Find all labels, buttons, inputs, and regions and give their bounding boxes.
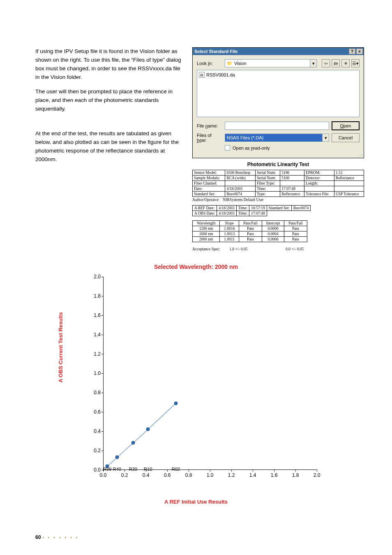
x-tick-label: 0.8 [185, 472, 192, 478]
open-button[interactable]: Open [332, 121, 360, 130]
x-tick [274, 470, 274, 472]
x-tick [167, 470, 168, 472]
data-point [174, 401, 178, 405]
wl-header-cell: Pass/Fail [284, 221, 307, 226]
author-value: NIRSystems Default User [223, 198, 263, 202]
filetype-label: Files of type: [197, 133, 222, 143]
x-tick [253, 470, 253, 472]
info-cell: Standard Set: [193, 192, 225, 197]
resize-grip[interactable]: ⋰ [193, 155, 364, 158]
y-tick [101, 315, 103, 316]
chevron-down-icon[interactable]: ▾ [310, 60, 316, 67]
x-tick [210, 470, 210, 472]
page-number: 60 [35, 534, 41, 540]
chart-title: Selected Wavelength: 2000 nm [69, 264, 323, 270]
look-in-select[interactable]: 📁 Vision ▾ [225, 59, 317, 67]
y-tick-label: 1.2 [88, 351, 101, 357]
wl-cell: Pass [239, 231, 262, 237]
filetype-select[interactable]: NSAS Files (*.DA) ▾ [225, 134, 329, 142]
spec-slope: 1.0 +/- 0.05 [229, 247, 247, 251]
info-cell: 5196 [280, 170, 304, 176]
info-cell: Rssv0074 [225, 192, 256, 197]
date-cell: 4/18/2003 [217, 206, 237, 211]
close-button[interactable]: × [356, 49, 363, 54]
info-cell: 4/18/2003 [225, 186, 256, 192]
info-cell: Sample Module: [193, 176, 225, 181]
readonly-label: Open as read-only [233, 146, 270, 150]
wl-cell: Pass [284, 226, 307, 231]
x-tick-label: 0.0 [100, 472, 107, 478]
wl-header-cell: Wavelength [193, 221, 220, 226]
info-cell: Detector: [304, 176, 334, 181]
y-tick [101, 277, 103, 277]
date-cell: Time: [236, 206, 249, 211]
look-in-label: Look in: [197, 61, 222, 66]
author-label: Author/Operator: [192, 198, 219, 202]
data-point-label: R20 [129, 467, 137, 472]
look-in-value: Vision [234, 61, 247, 66]
info-cell [334, 186, 364, 192]
date-cell: 16:57:19 [249, 206, 267, 211]
new-folder-icon[interactable]: ✳ [341, 59, 350, 67]
wl-cell: 1200 nm [193, 226, 220, 231]
y-tick-label: 0.2 [88, 448, 101, 453]
y-tick [101, 354, 103, 354]
info-cell: RCA (wide) [225, 176, 256, 181]
x-axis-label: A REF Initial Use Results [69, 499, 323, 505]
info-cell [334, 181, 364, 186]
wl-header-cell: Slope [220, 221, 239, 226]
folder-icon: 📁 [227, 61, 233, 66]
info-cell: 1.52 [334, 170, 364, 176]
wl-cell: 1600 nm [193, 231, 220, 237]
chevron-down-icon[interactable]: ▾ [322, 134, 329, 141]
body-para-3: At the end of the test, the results are … [35, 130, 184, 164]
cancel-button[interactable]: Cancel [332, 133, 360, 142]
file-list[interactable]: ▤ RSSV0001.da [197, 70, 360, 117]
x-tick-label: 0.4 [143, 472, 150, 478]
info-cell: 5100 [280, 176, 304, 181]
x-tick [317, 470, 317, 472]
y-tick [101, 373, 103, 374]
wl-header-cell: Intercept [262, 221, 284, 226]
file-item[interactable]: ▤ RSSV0001.da [199, 72, 357, 78]
views-icon[interactable]: ☰▾ [351, 59, 360, 67]
data-point [115, 456, 119, 459]
wl-cell: 1.0011 [220, 237, 239, 242]
plt-wavelength-table: WavelengthSlopePass/FailInterceptPass/Fa… [192, 220, 307, 242]
filetype-value: NSAS Files (*.DA) [227, 135, 263, 140]
footer-dots: ▪ ▪ ▪ ▪ ▪ ▪ ▪ [42, 534, 79, 540]
wl-cell: 0.0000 [262, 226, 284, 231]
help-button[interactable]: ? [349, 49, 355, 54]
wl-cell: 1.0016 [220, 226, 239, 231]
info-cell: USP Tolerance [334, 192, 364, 197]
info-cell: Length: [304, 181, 334, 186]
wl-cell: 0.0006 [262, 237, 284, 242]
y-tick [101, 412, 103, 412]
y-tick [101, 451, 103, 451]
spec-intercept: 0.0 +/- 0.05 [286, 247, 304, 251]
data-point-label: R40 [113, 467, 121, 472]
body-para-1: If using the IPV Setup file it is found … [35, 47, 184, 82]
back-icon[interactable]: ⇦ [322, 59, 330, 67]
info-cell: Reflectance [280, 192, 304, 197]
x-tick-label: 1.2 [228, 472, 235, 478]
readonly-checkbox[interactable] [225, 145, 230, 150]
data-point-label: R99 [103, 467, 111, 472]
file-item-label: RSSV0001.da [206, 72, 235, 77]
plt-dates-table: A REF Date:4/18/2003Time:16:57:19Standar… [192, 205, 311, 216]
x-tick [295, 470, 296, 472]
select-standard-file-dialog: Select Standard File ? × Look in: 📁 Visi… [192, 47, 364, 158]
x-tick-label: 2.0 [314, 472, 321, 478]
dialog-titlebar[interactable]: Select Standard File ? × [193, 48, 364, 55]
up-icon[interactable]: 🗁 [332, 59, 340, 67]
info-cell: Reflectance [334, 176, 364, 181]
date-cell: Standard Set: [267, 206, 291, 211]
photometric-linearity-report: Photometric Linearity Test Sensor Model:… [192, 162, 364, 251]
date-cell: 17:07:48 [249, 211, 267, 216]
wl-cell: Pass [239, 226, 262, 231]
data-point-label: R02 [172, 467, 180, 472]
y-tick-label: 1.0 [88, 370, 101, 376]
y-tick-label: 1.8 [88, 293, 101, 299]
filename-input[interactable] [225, 122, 329, 130]
date-cell: Time: [236, 211, 249, 216]
